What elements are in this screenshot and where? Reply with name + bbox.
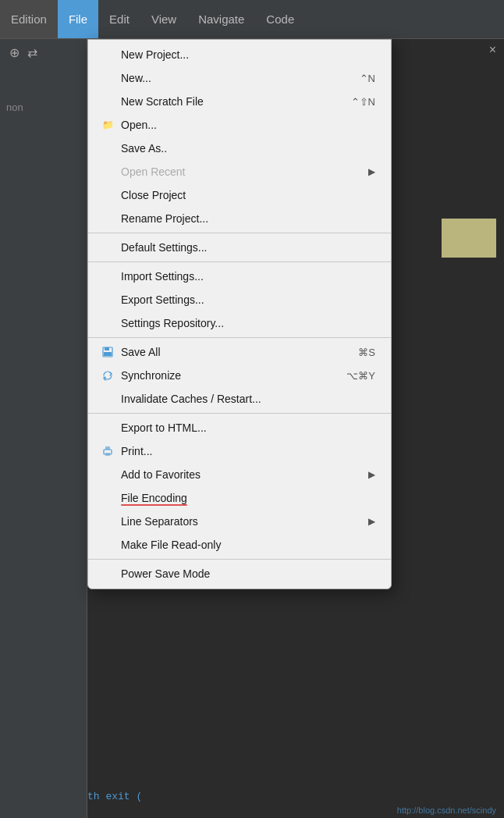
separators-icon	[101, 515, 115, 528]
file-dropdown-menu: New Project... New... ⌃N New Scratch Fil…	[87, 39, 392, 589]
export-html-label: Export to HTML...	[121, 421, 207, 434]
new-icon	[101, 72, 115, 84]
separators-arrow: ▶	[368, 516, 375, 527]
menu-navigate[interactable]: Navigate	[187, 0, 255, 38]
save-as-label: Save As..	[121, 142, 167, 155]
menu-item-add-to-favorites[interactable]: Add to Favorites ▶	[88, 463, 391, 486]
save-as-icon	[101, 142, 115, 155]
divider-4	[88, 413, 391, 414]
file-label: File	[69, 12, 87, 26]
edition-label: Edition	[11, 12, 47, 26]
menu-item-power-save[interactable]: Power Save Mode	[88, 562, 391, 585]
new-scratch-label: New Scratch File	[121, 95, 204, 108]
export-html-icon	[101, 421, 115, 434]
menu-item-new[interactable]: New... ⌃N	[88, 66, 391, 90]
import-settings-label: Import Settings...	[121, 270, 204, 283]
add-to-favorites-label: Add to Favorites	[121, 468, 201, 481]
code-label: Code	[266, 12, 294, 26]
menu-item-import-settings[interactable]: Import Settings...	[88, 265, 391, 288]
menu-item-default-settings[interactable]: Default Settings...	[88, 236, 391, 259]
menu-item-make-read-only[interactable]: Make File Read-only	[88, 533, 391, 557]
menu-edition[interactable]: Edition	[0, 0, 58, 38]
open-recent-icon	[101, 165, 115, 178]
add-icon[interactable]: ⊕	[9, 45, 20, 60]
sidebar-toolbar: ⊕ ⇄	[0, 39, 87, 66]
left-sidebar: ⊕ ⇄ non	[0, 39, 87, 818]
make-read-only-label: Make File Read-only	[121, 539, 221, 551]
sticky-note	[442, 219, 496, 258]
close-project-icon	[101, 189, 115, 201]
menu-edit[interactable]: Edit	[98, 0, 140, 38]
settings-repo-icon	[101, 317, 115, 329]
svg-rect-5	[105, 453, 110, 456]
menu-item-close-project[interactable]: Close Project	[88, 183, 391, 207]
divider-5	[88, 559, 391, 560]
menu-item-rename-project[interactable]: Rename Project...	[88, 207, 391, 230]
export-settings-icon	[101, 293, 115, 306]
synchronize-shortcut: ⌥⌘Y	[346, 370, 375, 382]
edit-label: Edit	[109, 12, 130, 26]
menu-item-invalidate-caches[interactable]: Invalidate Caches / Restart...	[88, 387, 391, 411]
encoding-icon	[101, 492, 115, 504]
menu-item-new-scratch[interactable]: New Scratch File ⌃⇧N	[88, 90, 391, 113]
power-save-icon	[101, 567, 115, 580]
menu-item-print[interactable]: Print...	[88, 439, 391, 463]
save-all-shortcut: ⌘S	[358, 347, 375, 358]
settings-icon[interactable]: ⇄	[27, 45, 37, 60]
menu-item-new-project[interactable]: New Project...	[88, 43, 391, 66]
favorites-arrow: ▶	[368, 469, 375, 480]
export-settings-label: Export Settings...	[121, 293, 204, 306]
menu-code[interactable]: Code	[255, 0, 305, 38]
navigate-label: Navigate	[198, 12, 244, 26]
divider-3	[88, 337, 391, 338]
menu-item-line-separators[interactable]: Line Separators ▶	[88, 510, 391, 533]
menu-item-save-as[interactable]: Save As..	[88, 137, 391, 160]
menu-item-export-html[interactable]: Export to HTML...	[88, 416, 391, 439]
power-save-label: Power Save Mode	[121, 567, 210, 580]
print-label: Print...	[121, 445, 152, 457]
default-settings-icon	[101, 241, 115, 254]
import-icon	[101, 270, 115, 283]
menu-item-open[interactable]: 📁 Open...	[88, 113, 391, 137]
new-label: New...	[121, 72, 151, 84]
rename-label: Rename Project...	[121, 212, 208, 225]
svg-rect-2	[104, 352, 112, 356]
watermark: http://blog.csdn.net/scindy	[397, 806, 496, 815]
menu-view[interactable]: View	[140, 0, 187, 38]
close-project-label: Close Project	[121, 189, 186, 201]
line-separators-label: Line Separators	[121, 515, 198, 528]
invalidate-caches-label: Invalidate Caches / Restart...	[121, 393, 261, 405]
bottom-status: th exit (	[87, 791, 142, 802]
tab-buttons: ×	[489, 43, 496, 57]
open-recent-label: Open Recent	[121, 165, 186, 178]
open-label: Open...	[121, 119, 157, 131]
new-project-icon	[101, 48, 115, 61]
svg-rect-4	[105, 446, 110, 450]
rename-icon	[101, 212, 115, 225]
synchronize-label: Synchronize	[121, 369, 181, 382]
divider-2	[88, 261, 391, 262]
bottom-text: th exit (	[87, 791, 142, 802]
scratch-icon	[101, 95, 115, 108]
menu-item-synchronize[interactable]: Synchronize ⌥⌘Y	[88, 364, 391, 387]
folder-icon: 📁	[101, 119, 115, 131]
menu-item-open-recent: Open Recent ▶	[88, 160, 391, 183]
sync-icon	[101, 369, 115, 382]
close-button[interactable]: ×	[489, 43, 496, 57]
menu-item-export-settings[interactable]: Export Settings...	[88, 288, 391, 311]
file-encoding-label: File Encoding	[121, 492, 187, 504]
new-scratch-shortcut: ⌃⇧N	[351, 96, 375, 108]
new-shortcut: ⌃N	[360, 73, 375, 84]
open-recent-arrow: ▶	[368, 166, 375, 177]
new-project-label: New Project...	[121, 48, 189, 61]
print-icon	[101, 445, 115, 457]
favorites-icon	[101, 468, 115, 481]
menu-item-file-encoding[interactable]: File Encoding	[88, 486, 391, 510]
menu-file[interactable]: File	[58, 0, 98, 38]
menu-item-settings-repository[interactable]: Settings Repository...	[88, 311, 391, 335]
default-settings-label: Default Settings...	[121, 241, 208, 254]
divider-1	[88, 233, 391, 233]
invalidate-icon	[101, 393, 115, 405]
save-all-icon	[101, 346, 115, 358]
menu-item-save-all[interactable]: Save All ⌘S	[88, 340, 391, 364]
